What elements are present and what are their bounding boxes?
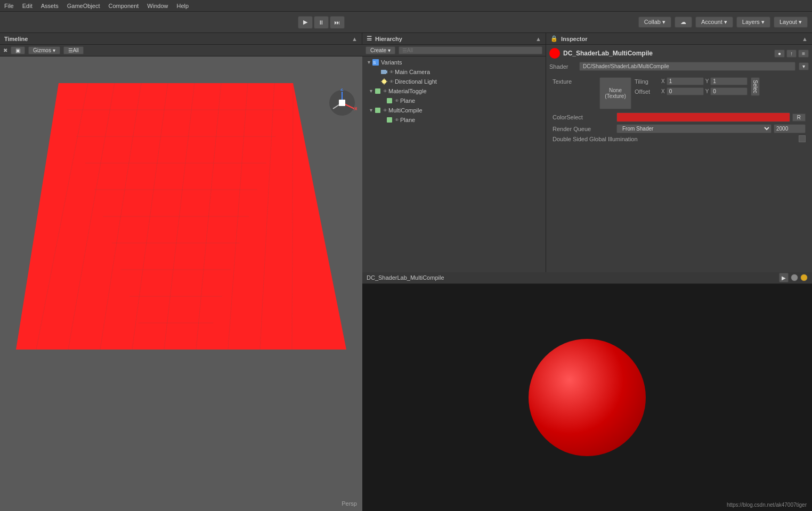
svg-text:S: S xyxy=(373,60,376,65)
hierarchy-header-left: ☰ Hierarchy xyxy=(367,35,402,42)
preview-sphere xyxy=(529,339,646,456)
tiling-y-label: Y xyxy=(705,78,709,84)
menu-help[interactable]: Help xyxy=(176,3,189,9)
hierarchy-title: Hierarchy xyxy=(375,36,402,42)
gizmo-svg: Z X xyxy=(328,88,357,118)
colorselect-swatch[interactable] xyxy=(616,112,790,122)
play-button[interactable]: ▶ xyxy=(298,16,313,29)
layout-button[interactable]: Layout ▾ xyxy=(774,17,808,28)
tiling-xy: X Y xyxy=(661,77,748,85)
none-texture-btn[interactable]: None (Texture) xyxy=(599,77,631,109)
offset-y-label: Y xyxy=(705,88,709,94)
inspector-lock-icon[interactable]: 🔒 xyxy=(550,35,558,42)
menu-edit[interactable]: Edit xyxy=(22,3,33,9)
gizmos-button[interactable]: Gizmos ▾ xyxy=(28,46,60,54)
doublesided-row: Double Sided Global Illumination xyxy=(549,134,809,143)
tree-item-plane2[interactable]: 👁 Plane xyxy=(362,115,546,125)
tiling-x-input[interactable] xyxy=(667,77,704,85)
scene-canvas: Z X Persp xyxy=(0,56,362,511)
hierarchy-collapse-btn[interactable]: ▲ xyxy=(535,36,541,42)
scene-area: Timeline ▲ ✖ ▣ Gizmos ▾ ☰All xyxy=(0,33,362,511)
colorselect-row: ColorSelect R xyxy=(549,111,809,123)
shader-row: Shader ▾ xyxy=(549,62,809,71)
timeline-collapse[interactable]: ▲ xyxy=(352,36,358,42)
main-layout: Timeline ▲ ✖ ▣ Gizmos ▾ ☰All xyxy=(0,33,812,511)
all-button[interactable]: ☰All xyxy=(63,46,84,54)
cloud-button[interactable]: ☁ xyxy=(675,17,692,28)
menu-assets[interactable]: Assets xyxy=(41,3,59,9)
play-controls: ▶ ⏸ ⏭ xyxy=(298,16,345,29)
scene-viewport xyxy=(5,72,357,371)
tree-item-variants[interactable]: ▼ S Variants xyxy=(362,58,546,67)
material-name: DC_ShaderLab_MultiCompile xyxy=(563,50,771,57)
preview-light-btn[interactable] xyxy=(800,274,808,281)
hierarchy-search-input[interactable] xyxy=(399,46,542,54)
toolbar: ▶ ⏸ ⏭ Collab ▾ ☁ Account ▾ Layers ▾ Layo… xyxy=(0,12,812,33)
account-button[interactable]: Account ▾ xyxy=(695,17,733,28)
renderqueue-input[interactable] xyxy=(774,124,806,133)
object-icon xyxy=(374,87,381,95)
hierarchy-create-btn[interactable]: Create ▾ xyxy=(366,46,395,54)
tree-item-multicompile[interactable]: ▼ 👁 MultiCompile xyxy=(362,106,546,115)
step-button[interactable]: ⏭ xyxy=(330,16,345,29)
scene-tool-mode[interactable]: ▣ xyxy=(11,46,25,54)
menu-window[interactable]: Window xyxy=(147,3,168,9)
menu-bar: File Edit Assets GameObject Component Wi… xyxy=(0,0,812,12)
menu-component[interactable]: Component xyxy=(108,3,139,9)
shader-dropdown-btn[interactable]: ▾ xyxy=(799,62,809,70)
inspector-collapse-btn[interactable]: ▲ xyxy=(802,36,808,42)
tree-item-material-toggle[interactable]: ▼ 👁 MaterialToggle xyxy=(362,86,546,96)
tree-item-plane1[interactable]: 👁 Plane xyxy=(362,96,546,106)
inspector-title-row: DC_ShaderLab_MultiCompile ● ↑ ≡ xyxy=(549,48,809,59)
scene-tool1[interactable]: ✖ xyxy=(3,47,7,53)
hierarchy-panel: ☰ Hierarchy ▲ Create ▾ ▼ S Variants xyxy=(362,33,546,272)
tiling-offset-group: Tiling X Y xyxy=(635,77,748,95)
tree-label-camera: Main Camera xyxy=(395,69,430,75)
offset-x-label: X xyxy=(661,88,665,94)
cloud-icon: ☁ xyxy=(680,19,686,26)
scene-view[interactable]: Z X Persp xyxy=(0,56,362,511)
tree-item-main-camera[interactable]: 👁 Main Camera xyxy=(362,67,546,77)
preview-dot-btn[interactable] xyxy=(791,274,798,281)
menu-gameobject[interactable]: GameObject xyxy=(67,3,100,9)
doublesided-checkbox[interactable] xyxy=(799,135,806,142)
offset-y-input[interactable] xyxy=(710,87,748,95)
inspector-btn3[interactable]: ≡ xyxy=(798,50,809,58)
tree-item-directional-light[interactable]: 👁 Directional Light xyxy=(362,77,546,86)
offset-x-input[interactable] xyxy=(667,87,704,95)
offset-row: Offset X Y xyxy=(635,87,748,95)
tiling-row: Tiling X Y xyxy=(635,77,748,85)
select-texture-btn[interactable]: Selec xyxy=(751,77,760,96)
svg-rect-37 xyxy=(387,98,392,103)
preview-title: DC_ShaderLab_MultiCompile xyxy=(367,274,444,281)
inspector-btn1[interactable]: ● xyxy=(774,50,785,58)
doublesided-label: Double Sided Global Illumination xyxy=(553,136,799,142)
plane-icon2 xyxy=(386,116,393,124)
shader-path-input[interactable] xyxy=(579,62,795,71)
inspector-panel: 🔒 Inspector ▲ DC_ShaderLab_MultiCompile … xyxy=(546,33,812,272)
right-panels: ☰ Hierarchy ▲ Create ▾ ▼ S Variants xyxy=(362,33,812,511)
inspector-btn2[interactable]: ↑ xyxy=(786,50,797,58)
hierarchy-content: ▼ S Variants 👁 Main Camera xyxy=(362,56,546,272)
renderqueue-row: Render Queue From Shader xyxy=(549,123,809,134)
persp-label: Persp xyxy=(342,500,357,507)
preview-url: https://blog.csdn.net/ak47007tiger xyxy=(727,502,807,508)
collab-button[interactable]: Collab ▾ xyxy=(638,17,671,28)
top-panels: ☰ Hierarchy ▲ Create ▾ ▼ S Variants xyxy=(362,33,812,272)
toolbar-center: ▶ ⏸ ⏭ xyxy=(298,16,345,29)
preview-play-btn[interactable]: ▶ xyxy=(779,273,789,282)
toolbar-right: Collab ▾ ☁ Account ▾ Layers ▾ Layout ▾ xyxy=(638,17,808,28)
hierarchy-toolbar: Create ▾ xyxy=(362,45,546,56)
tiling-y-input[interactable] xyxy=(710,77,748,85)
tree-arrow-mc: ▼ xyxy=(369,108,374,113)
svg-rect-29 xyxy=(381,70,386,74)
svg-text:Z: Z xyxy=(340,88,344,92)
texture-none-row: None (Texture) Tiling X xyxy=(599,77,760,109)
layers-button[interactable]: Layers ▾ xyxy=(736,17,770,28)
tree-arrow-variants: ▼ xyxy=(367,60,372,65)
colorselect-label: ColorSelect xyxy=(553,114,616,120)
renderqueue-select[interactable]: From Shader xyxy=(616,124,772,133)
camera-icon xyxy=(380,68,388,76)
pause-button[interactable]: ⏸ xyxy=(314,16,329,29)
menu-file[interactable]: File xyxy=(4,3,14,9)
